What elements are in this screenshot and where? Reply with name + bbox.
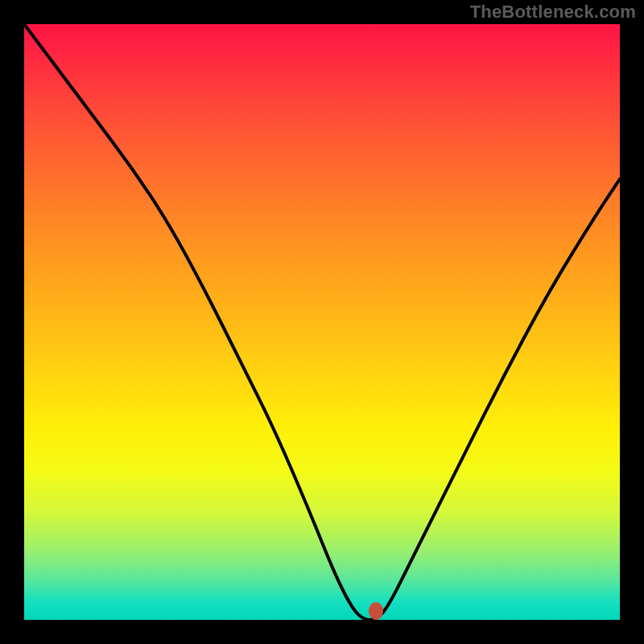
chart-frame: TheBottleneck.com — [0, 0, 644, 644]
min-marker — [369, 602, 383, 620]
curve-svg — [24, 24, 620, 620]
watermark-text: TheBottleneck.com — [470, 2, 636, 23]
bottleneck-curve-path — [24, 24, 620, 620]
plot-area — [24, 24, 620, 620]
